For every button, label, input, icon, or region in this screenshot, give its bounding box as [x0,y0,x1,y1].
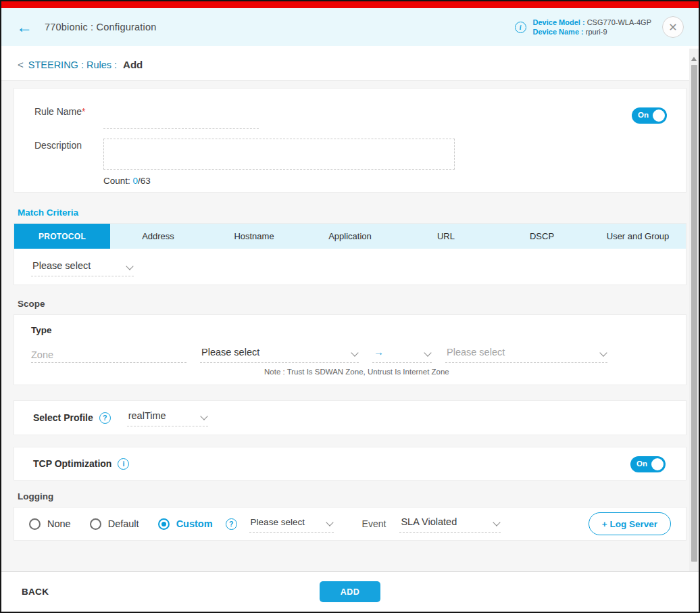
dialog-footer: BACK ADD [1,571,699,612]
event-label: Event [362,518,386,529]
chevron-down-icon [200,412,207,420]
protocol-select-value: Please select [32,260,91,271]
match-criteria-section-label: Match Criteria [18,207,686,218]
chevron-down-icon [424,349,431,356]
select-profile-card: Select Profile ? realTime [14,400,686,435]
vertical-scrollbar[interactable] [689,49,699,571]
count-value: 0 [133,176,139,186]
scope-from-select[interactable]: Please select [200,345,359,363]
chevron-down-icon [493,518,501,526]
description-row: Description [34,139,666,170]
tcp-optimization-label: TCP Optimization [33,458,111,469]
radio-default-label: Default [108,518,139,529]
tab-url[interactable]: URL [398,224,494,249]
scope-to-select[interactable]: Please select [445,345,607,363]
info-icon[interactable]: i [118,458,129,470]
match-criteria-tabbar: PROTOCOL Address Hostname Application UR… [14,224,686,249]
radio-custom[interactable]: Custom [158,518,213,530]
logging-section-label: Logging [18,491,686,501]
event-select-value: SLA Violated [401,516,457,527]
breadcrumb-path-link[interactable]: STEERING : Rules : [28,59,117,70]
tab-address[interactable]: Address [110,224,206,249]
radio-none-label: None [47,518,71,529]
scope-card: Type Please select → Please select Note … [14,314,686,385]
help-icon[interactable]: ? [226,518,237,530]
count-label: Count: [103,176,133,186]
toggle-on-label: On [638,111,649,119]
tab-user-and-group[interactable]: User and Group [590,224,686,249]
device-model-label: Device Model : [533,18,585,26]
toggle-on-label: On [636,460,647,468]
match-criteria-card: PROTOCOL Address Hostname Application UR… [14,223,686,285]
radio-circle-icon [158,518,170,530]
tab-protocol[interactable]: PROTOCOL [14,224,110,249]
radio-circle-icon [29,518,41,530]
chevron-down-icon [351,349,358,356]
toggle-knob [651,458,664,470]
device-info-group: i Device Model : CSG770-WLA-4GP Device N… [515,16,684,38]
toggle-knob [653,109,665,122]
chevron-down-icon [599,349,607,356]
rule-enabled-toggle[interactable]: On [632,107,667,124]
logging-custom-select-value: Please select [251,517,305,527]
chevron-down-icon [126,262,133,270]
configuration-dialog: ← 770bionic : Configuration i Device Mod… [0,0,700,613]
profile-select[interactable]: realTime [127,409,208,426]
tcp-optimization-card: TCP Optimization i On [14,447,686,481]
rule-name-row: Rule Name* On [34,105,666,129]
rule-card: Rule Name* On Description Count: 0/63 [14,88,686,193]
chevron-down-icon [326,518,333,526]
back-button[interactable]: BACK [22,587,49,597]
protocol-select[interactable]: Please select [31,259,134,276]
required-asterisk: * [82,106,85,117]
description-textarea[interactable] [103,139,455,170]
tab-dscp[interactable]: DSCP [494,224,590,249]
dialog-header: ← 770bionic : Configuration i Device Mod… [1,8,699,46]
radio-default[interactable]: Default [90,518,139,530]
right-arrow-icon: → [374,346,384,358]
info-icon: i [515,22,526,33]
character-count: Count: 0/63 [103,176,666,186]
logging-custom-select[interactable]: Please select [249,516,334,533]
add-button[interactable]: ADD [320,581,380,602]
device-info: Device Model : CSG770-WLA-4GP Device Nam… [533,18,651,36]
rule-name-label-text: Rule Name [34,106,82,117]
rule-name-input[interactable] [103,116,259,129]
event-select[interactable]: SLA Violated [399,515,501,533]
device-model-value: CSG770-WLA-4GP [587,18,651,26]
select-profile-label: Select Profile [33,412,93,423]
radio-custom-label: Custom [176,518,213,529]
description-label: Description [34,139,103,170]
scrollbar-up-arrow-icon[interactable] [691,57,697,61]
breadcrumb-chevron-icon[interactable]: < [18,59,24,70]
scope-section-label: Scope [18,299,686,309]
back-arrow-icon[interactable]: ← [16,19,32,35]
close-icon[interactable]: ✕ [662,16,684,38]
zone-input[interactable] [31,347,186,363]
form-body: Rule Name* On Description Count: 0/63 Ma… [1,81,699,571]
help-icon[interactable]: ? [99,412,111,424]
scope-from-select-value: Please select [201,347,259,358]
scrollbar-thumb[interactable] [691,65,697,562]
tab-application[interactable]: Application [302,224,398,249]
dialog-title: 770bionic : Configuration [45,22,156,32]
tab-hostname[interactable]: Hostname [206,224,302,249]
count-max: /63 [138,176,151,186]
device-name-value: rpuri-9 [586,28,607,36]
breadcrumb-current: Add [123,59,143,70]
device-name-label: Device Name : [533,28,584,36]
profile-select-value: realTime [128,410,166,421]
scope-note: Note : Trust Is SDWAN Zone, Untrust Is I… [264,368,669,376]
add-log-server-button[interactable]: + Log Server [589,512,671,535]
protocol-tab-content: Please select [14,249,686,287]
top-red-bar [1,1,699,8]
breadcrumb: < STEERING : Rules : Add [1,46,699,81]
scope-direction-select[interactable]: → [372,345,432,363]
scope-type-label: Type [31,325,669,335]
tcp-optimization-toggle[interactable]: On [630,456,666,472]
radio-circle-icon [90,518,101,530]
radio-none[interactable]: None [29,518,71,530]
logging-card: None Default Custom ? Please select Even… [14,507,686,541]
scope-row: Please select → Please select [31,345,669,363]
rule-name-label: Rule Name* [34,105,103,129]
